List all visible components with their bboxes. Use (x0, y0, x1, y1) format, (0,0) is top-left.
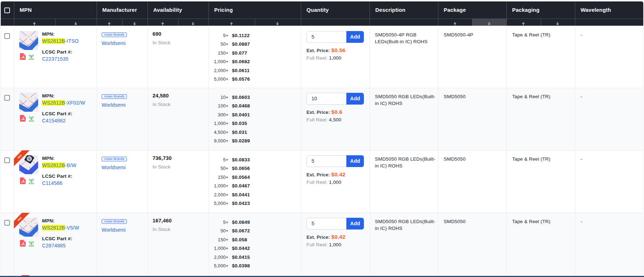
svg-text:RoHS: RoHS (29, 120, 34, 122)
svg-text:RoHS: RoHS (29, 245, 34, 247)
svg-text:RoHS: RoHS (29, 182, 34, 185)
svg-text:RoHS: RoHS (29, 58, 34, 60)
